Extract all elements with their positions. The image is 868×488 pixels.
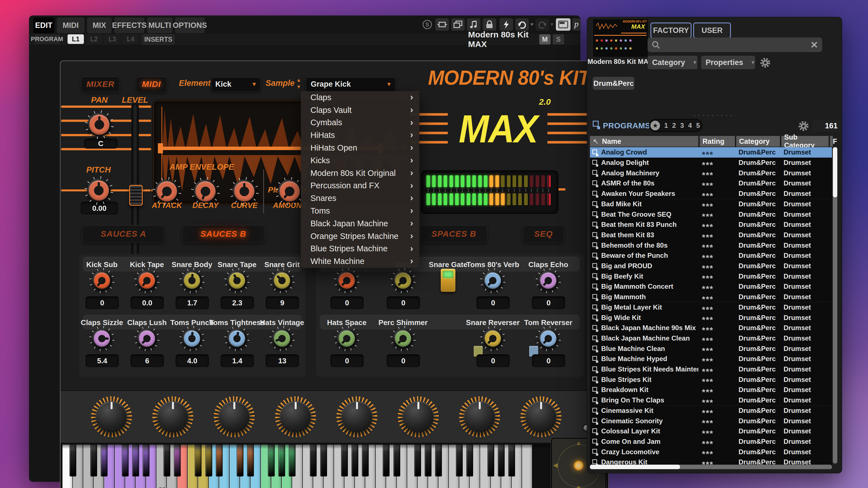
qlink-knob-7[interactable]: [459, 396, 501, 438]
menu-item-modern-80s-kit-original[interactable]: Modern 80s Kit Original›: [301, 167, 420, 180]
horizontal-scrollbar-thumb[interactable]: [590, 465, 680, 469]
sample-stepper[interactable]: ▲▼: [297, 77, 301, 90]
element-dropdown[interactable]: Kick ▼: [211, 77, 260, 91]
black-key[interactable]: [216, 445, 223, 477]
program-row[interactable]: Crazy Locomotive***Drum&PercDrumset: [590, 447, 832, 457]
star-filter-4[interactable]: 4: [688, 122, 692, 129]
program-row[interactable]: Black Japan Machine Clean***Drum&PercDru…: [590, 333, 832, 344]
program-row[interactable]: Colossal Layer Kit***Drum&PercDrumset: [590, 426, 832, 436]
grid-knob-verb[interactable]: [393, 271, 413, 291]
program-row[interactable]: Blue Machine Clean***Drum&PercDrumset: [590, 343, 832, 354]
grid-knob-toms-punch[interactable]: [182, 329, 202, 348]
tab-multi[interactable]: MULTI: [147, 18, 173, 33]
black-key[interactable]: [195, 445, 202, 477]
menu-item-white-machine[interactable]: White Machine›: [301, 255, 420, 268]
qlink-knob-1[interactable]: [90, 396, 132, 438]
grid-knob-hats-space[interactable]: [337, 329, 356, 348]
tab-edit[interactable]: EDIT: [33, 18, 54, 33]
redo-icon[interactable]: [536, 18, 549, 31]
qlink-knob-4[interactable]: [274, 396, 317, 438]
program-row[interactable]: Analog Machinery***Drum&PercDrumset: [590, 168, 832, 178]
program-row[interactable]: Breakdown Kit***Drum&PercDrumset: [590, 385, 832, 395]
black-key[interactable]: [351, 445, 358, 477]
black-key[interactable]: [278, 445, 285, 477]
amp-decay-knob[interactable]: [194, 180, 217, 203]
lock-icon[interactable]: [483, 18, 496, 31]
black-key[interactable]: [69, 445, 76, 477]
tab-options[interactable]: OPTIONS: [175, 18, 205, 33]
section-button-sauces-b[interactable]: SAUCES B: [182, 225, 265, 243]
solo-button[interactable]: S: [553, 34, 564, 45]
redo-caret-icon[interactable]: [550, 18, 554, 31]
tab-effects[interactable]: EFFECTS: [114, 18, 144, 33]
qlink-knob-8[interactable]: [520, 396, 562, 438]
black-key[interactable]: [425, 445, 431, 477]
program-row[interactable]: Cinemassive Kit***Drum&PercDrumset: [590, 405, 832, 416]
sync-icon[interactable]: S: [422, 18, 433, 31]
undo-caret-icon[interactable]: [529, 18, 534, 31]
mixer-button[interactable]: MIXER: [81, 76, 120, 92]
black-key[interactable]: [247, 445, 254, 477]
user-button[interactable]: USER: [693, 23, 731, 38]
qlink-knob-2[interactable]: [152, 396, 194, 438]
qlink-knob-5[interactable]: [336, 396, 378, 438]
black-key[interactable]: [435, 445, 442, 477]
inserts-button[interactable]: INSERTS: [142, 34, 175, 44]
black-key[interactable]: [320, 445, 327, 477]
qlink-knob-3[interactable]: [213, 396, 255, 438]
amp-attack-knob[interactable]: [155, 180, 179, 203]
menu-item-black-japan-machine[interactable]: Black Japan Machine›: [301, 217, 420, 230]
column-header-sub-category[interactable]: Sub Category: [781, 136, 829, 147]
program-row[interactable]: Behemoth of the 80s***Drum&PercDrumset: [590, 240, 832, 250]
program-row[interactable]: Big and PROUD***Drum&PercDrumset: [590, 261, 832, 271]
black-key[interactable]: [101, 445, 107, 477]
section-button-seq[interactable]: SEQ: [523, 225, 564, 243]
black-key[interactable]: [122, 445, 129, 477]
black-key[interactable]: [466, 445, 473, 477]
section-button-sauces-a[interactable]: SAUCES A: [82, 225, 165, 243]
black-key[interactable]: [362, 445, 369, 477]
program-row[interactable]: Blue Stripes Kit***Drum&PercDrumset: [590, 374, 832, 385]
menu-item-blue-stripes-machine[interactable]: Blue Stripes Machine›: [301, 243, 420, 255]
program-row[interactable]: Beware of the Punch***Drum&PercDrumset: [590, 250, 832, 261]
category-chip[interactable]: Drum&Perc: [593, 77, 634, 90]
star-filter-1[interactable]: 1: [664, 122, 668, 129]
amp-amount-knob[interactable]: [278, 180, 302, 203]
tab-mix[interactable]: MIX: [87, 18, 112, 33]
grid-knob-perc-shimmer[interactable]: [393, 329, 413, 348]
program-row[interactable]: Bad Mike Kit***Drum&PercDrumset: [590, 199, 832, 209]
layer-l3[interactable]: L3: [104, 34, 120, 44]
program-row[interactable]: Big Mammoth***Drum&PercDrumset: [590, 292, 832, 302]
clear-search-icon[interactable]: [811, 41, 817, 48]
program-row[interactable]: Big Mammoth Concert***Drum&PercDrumset: [590, 281, 832, 292]
program-row[interactable]: Bring On The Claps***Drum&PercDrumset: [590, 395, 832, 405]
program-row[interactable]: Blue Machine Hyped***Drum&PercDrumset: [590, 354, 832, 364]
black-key[interactable]: [237, 445, 244, 477]
grid-knob-kick-tape[interactable]: [137, 271, 157, 291]
star-filter-3[interactable]: 3: [680, 122, 684, 129]
grid-knob-claps-lush[interactable]: [137, 329, 157, 348]
star-filter-2[interactable]: 2: [672, 122, 676, 129]
black-key[interactable]: [132, 445, 139, 477]
sample-dropdown[interactable]: Grape Kick ▼: [306, 77, 396, 91]
grid-knob-toms-tightness[interactable]: [227, 329, 247, 348]
program-row[interactable]: Analog Crowd***Drum&PercDrumset: [590, 147, 832, 158]
snare-gate-toggle[interactable]: [441, 269, 455, 292]
grid-knob-tom-reverser[interactable]: [538, 329, 558, 348]
p-icon[interactable]: p: [572, 18, 581, 31]
program-row[interactable]: Beat The Groove SEQ***Drum&PercDrumset: [590, 209, 832, 219]
black-key[interactable]: [143, 445, 150, 477]
grid-knob-hidden[interactable]: [337, 271, 356, 291]
black-key[interactable]: [206, 445, 212, 477]
black-key[interactable]: [174, 445, 181, 477]
plugin-thumbnail[interactable]: MODERN 80's KIT MAX: [593, 19, 648, 57]
menu-item-percussion-and-fx[interactable]: Percussion and FX›: [301, 180, 420, 192]
column-header-name[interactable]: ↖Name: [590, 136, 698, 147]
properties-filter-dropdown[interactable]: Properties ▼: [701, 56, 755, 69]
menu-item-hihats-open[interactable]: HiHats Open›: [301, 142, 420, 154]
black-key[interactable]: [394, 445, 400, 477]
white-key[interactable]: [522, 445, 532, 488]
layer-l2[interactable]: L2: [86, 34, 102, 44]
panel-icon[interactable]: [556, 18, 570, 31]
mute-button[interactable]: M: [539, 34, 551, 45]
